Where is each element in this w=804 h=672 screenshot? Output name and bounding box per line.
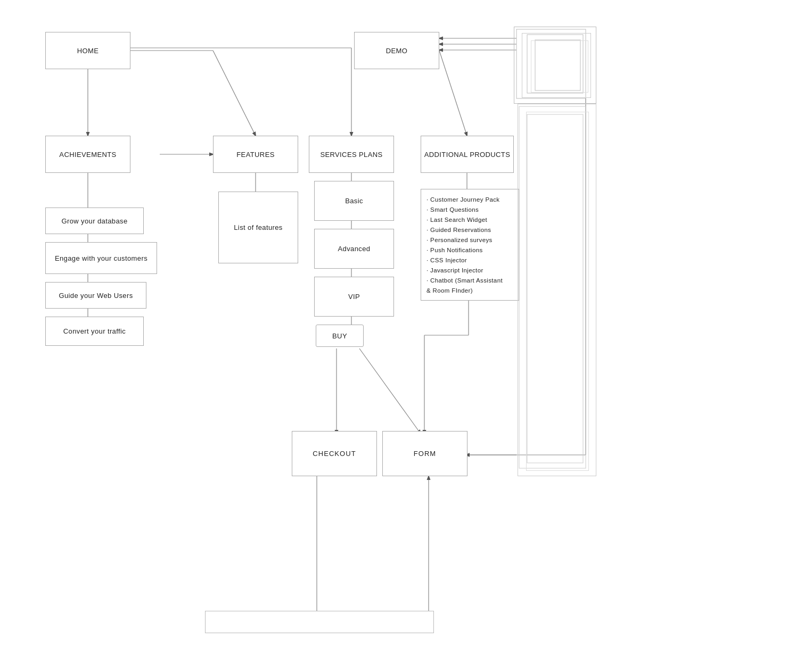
advanced-box: Advanced <box>314 229 394 269</box>
list-features-box: List of features <box>218 192 298 263</box>
svg-line-2 <box>213 51 256 136</box>
engage-label: Engage with your customers <box>55 254 147 262</box>
convert-box: Convert your traffic <box>45 317 144 346</box>
basic-label: Basic <box>345 197 363 205</box>
guide-label: Guide your Web Users <box>59 292 133 300</box>
grow-db-box: Grow your database <box>45 208 144 234</box>
convert-label: Convert your traffic <box>63 327 126 335</box>
buy-box: BUY <box>316 325 364 347</box>
achievements-box: ACHIEVEMENTS <box>45 136 130 173</box>
diagram: HOME DEMO ACHIEVEMENTS FEATURES SERVICES… <box>0 0 804 672</box>
services-plans-label: SERVICES PLANS <box>320 151 382 159</box>
achievements-label: ACHIEVEMENTS <box>59 151 116 159</box>
home-label: HOME <box>77 47 99 55</box>
features-label: FEATURES <box>236 151 275 159</box>
vip-box: VIP <box>314 277 394 317</box>
home-box: HOME <box>45 32 130 69</box>
svg-line-5 <box>439 51 467 136</box>
demo-box: DEMO <box>354 32 439 69</box>
features-box: FEATURES <box>213 136 298 173</box>
checkout-label: CHECKOUT <box>313 450 356 458</box>
form-label: FORM <box>414 450 436 458</box>
form-box: FORM <box>382 431 467 476</box>
list-features-label: List of features <box>234 223 283 231</box>
demo-label: DEMO <box>386 47 408 55</box>
additional-products-label: ADDITIONAL PRODUCTS <box>424 151 511 159</box>
basic-box: Basic <box>314 181 394 221</box>
services-plans-box: SERVICES PLANS <box>309 136 394 173</box>
engage-box: Engage with your customers <box>45 242 157 274</box>
advanced-label: Advanced <box>338 245 371 253</box>
additional-list-box: · Customer Journey Pack · Smart Question… <box>421 189 519 301</box>
bottom-bar-box <box>205 611 434 633</box>
guide-box: Guide your Web Users <box>45 282 146 309</box>
grow-db-label: Grow your database <box>61 217 127 225</box>
additional-list-label: · Customer Journey Pack · Smart Question… <box>426 195 503 296</box>
deco-rect-inner <box>531 40 588 93</box>
checkout-box: CHECKOUT <box>292 431 377 476</box>
additional-products-box: ADDITIONAL PRODUCTS <box>421 136 514 173</box>
buy-label: BUY <box>332 332 347 340</box>
vip-label: VIP <box>348 293 360 301</box>
svg-line-28 <box>359 349 421 434</box>
deco-rect-tall-inner <box>526 112 589 471</box>
